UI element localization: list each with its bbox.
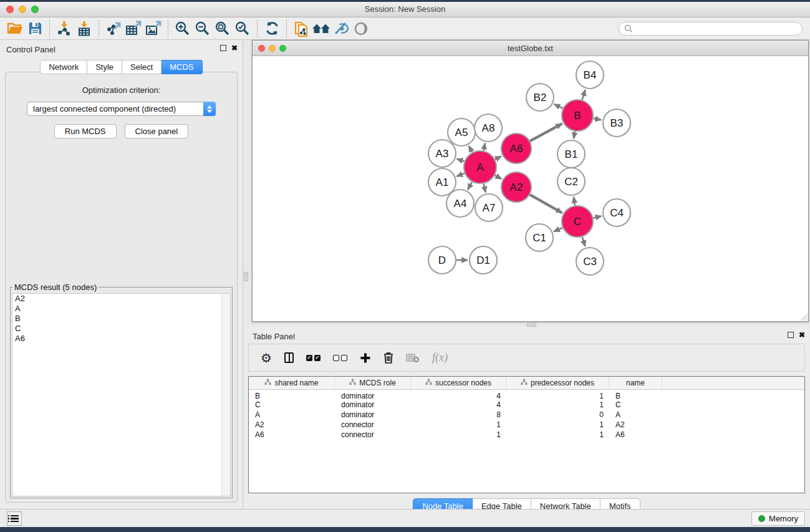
table-cell[interactable]: A2 (609, 420, 662, 430)
table-cell[interactable]: B (609, 390, 662, 400)
graph-node-D[interactable]: D (428, 246, 456, 274)
table-cell[interactable]: 0 (506, 410, 609, 420)
import-network-icon[interactable] (54, 19, 74, 38)
result-item[interactable]: A6 (12, 334, 230, 344)
table-cell[interactable]: A6 (609, 430, 662, 440)
table-cell[interactable]: 1 (411, 420, 506, 430)
graph-node-A[interactable]: A (464, 151, 496, 183)
task-history-button[interactable] (7, 511, 22, 526)
duplicate-network-icon[interactable] (291, 19, 311, 38)
table-cell[interactable]: A (249, 410, 335, 420)
graph-node-C3[interactable]: C3 (576, 248, 604, 275)
graph-edge-B-B2[interactable] (554, 104, 563, 109)
graph-edge-A-A5[interactable] (469, 146, 473, 152)
select-all-icon[interactable]: ✓✓ (306, 355, 321, 361)
graph-node-C[interactable]: C (562, 206, 593, 237)
import-table-icon[interactable] (74, 19, 94, 38)
export-network-icon[interactable] (104, 19, 123, 38)
graph-edge-C-C2[interactable] (574, 197, 575, 206)
graph-edge-C-C3[interactable] (582, 237, 586, 246)
save-session-icon[interactable] (25, 19, 45, 38)
home-icon[interactable] (311, 19, 331, 38)
graph-edge-A-A6[interactable] (495, 156, 501, 159)
vertical-splitter-grip[interactable] (244, 272, 248, 281)
zoom-fit-icon[interactable] (213, 19, 233, 38)
show-details-icon[interactable] (351, 19, 371, 38)
table-cell[interactable]: 1 (506, 420, 609, 430)
table-cell[interactable]: 1 (506, 400, 609, 410)
table-cell[interactable]: connector (335, 430, 411, 440)
result-item[interactable]: C (12, 324, 230, 334)
resize-grip-icon[interactable] (799, 312, 808, 321)
table-cell[interactable]: dominator (335, 400, 411, 410)
column-header-MCDS-role[interactable]: MCDS role (335, 377, 411, 389)
graph-node-A2[interactable]: A2 (501, 172, 531, 202)
result-item[interactable]: B (12, 314, 230, 324)
graph-node-D1[interactable]: D1 (470, 246, 497, 274)
table-cell[interactable]: A2 (249, 420, 335, 430)
horizontal-splitter[interactable] (243, 322, 810, 327)
refresh-icon[interactable] (262, 19, 282, 38)
delete-row-icon[interactable] (383, 352, 393, 364)
graph-edge-A2-C[interactable] (530, 195, 562, 213)
zoom-selected-icon[interactable] (233, 19, 253, 38)
result-scrollbar[interactable] (221, 294, 230, 496)
graph-edge-C-C1[interactable] (554, 228, 562, 231)
graph-node-A5[interactable]: A5 (448, 118, 475, 146)
graph-edge-A-A7[interactable] (484, 183, 486, 192)
table-row[interactable]: A6connector11A6 (249, 430, 804, 440)
tab-mcds[interactable]: MCDS (162, 60, 202, 74)
table-cell[interactable]: 1 (506, 390, 609, 400)
graph-edge-B-B3[interactable] (594, 118, 602, 120)
column-header-name[interactable]: name (609, 377, 662, 389)
graph-node-C1[interactable]: C1 (526, 224, 553, 251)
export-image-icon[interactable] (143, 19, 163, 38)
hide-details-icon[interactable] (331, 19, 351, 38)
zoom-in-icon[interactable] (173, 19, 193, 38)
graph-edge-B-B4[interactable] (582, 90, 586, 100)
table-cell[interactable]: A6 (249, 430, 335, 440)
column-header-shared-name[interactable]: shared name (249, 377, 335, 389)
graph-node-A6[interactable]: A6 (501, 133, 531, 163)
column-header-predecessor-nodes[interactable]: predecessor nodes (506, 377, 609, 389)
graph-node-B2[interactable]: B2 (526, 84, 554, 111)
graph-node-C2[interactable]: C2 (557, 168, 585, 195)
table-cell[interactable]: B (249, 390, 335, 400)
search-box[interactable] (619, 22, 803, 36)
graph-edge-A-A8[interactable] (484, 143, 485, 151)
table-cell[interactable]: dominator (335, 410, 411, 420)
float-table-panel-icon[interactable] (788, 332, 794, 338)
close-panel-icon[interactable]: ✖ (231, 45, 238, 51)
horizontal-splitter-grip[interactable] (527, 322, 536, 327)
float-panel-icon[interactable] (220, 45, 226, 51)
table-cell[interactable]: 4 (411, 400, 506, 410)
tab-style[interactable]: Style (87, 60, 122, 74)
result-item[interactable]: A2 (12, 294, 230, 304)
table-row[interactable]: Cdominator41C (249, 400, 804, 410)
graph-edge-A-A2[interactable] (495, 175, 502, 179)
result-item[interactable]: A (12, 304, 230, 314)
table-row[interactable]: Bdominator41B (249, 390, 804, 400)
table-cell[interactable]: C (249, 400, 335, 410)
close-table-panel-icon[interactable]: ✖ (799, 332, 805, 338)
criterion-select[interactable]: largest connected component (directed) (27, 102, 216, 116)
graph-node-B4[interactable]: B4 (576, 61, 604, 89)
open-session-icon[interactable] (5, 19, 25, 38)
graph-edge-A-A1[interactable] (456, 173, 465, 177)
table-cell[interactable]: A (609, 410, 662, 420)
tab-network[interactable]: Network (40, 60, 87, 74)
table-row[interactable]: A2connector11A2 (249, 420, 804, 430)
table-cell[interactable]: dominator (335, 390, 411, 400)
network-canvas[interactable]: AA1A2A3A4A5A6A7A8BB1B2B3B4CC1C2C3C4DD1 (253, 56, 808, 321)
graph-node-B3[interactable]: B3 (603, 109, 630, 137)
add-row-icon[interactable] (360, 352, 371, 364)
table-row[interactable]: Adominator80A (249, 410, 804, 420)
graph-edge-C-C4[interactable] (593, 216, 601, 218)
table-cell[interactable]: 1 (506, 430, 609, 440)
table-cell[interactable]: C (609, 400, 662, 410)
mcds-result-list[interactable]: A2ABCA6 (12, 293, 231, 496)
graph-node-B[interactable]: B (562, 100, 593, 131)
table-cell[interactable]: 8 (411, 410, 506, 420)
table-cell[interactable]: 1 (411, 430, 506, 440)
tab-select[interactable]: Select (122, 60, 162, 74)
